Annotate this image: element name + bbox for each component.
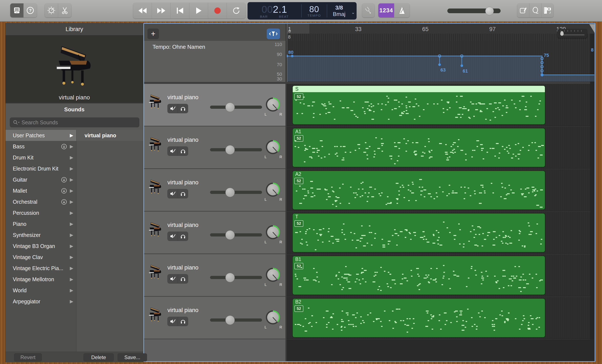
empty-lane-area [287, 339, 594, 361]
track-volume-thumb[interactable] [225, 188, 235, 197]
track-name[interactable]: virtual piano [167, 264, 199, 271]
midi-region[interactable]: B2 52 [292, 298, 545, 338]
track-name[interactable]: virtual piano [167, 179, 199, 186]
track-volume-slider[interactable] [210, 233, 262, 237]
midi-region[interactable]: B1 52 [292, 256, 545, 295]
lcd-tempo-section[interactable]: 80 TEMPO [302, 2, 327, 20]
track-volume-slider[interactable] [210, 191, 262, 194]
track-volume-slider[interactable] [210, 148, 262, 151]
library-category-item[interactable]: Guitar ▶ [6, 174, 76, 185]
midi-region[interactable]: S 52 [292, 85, 545, 125]
editors-button[interactable] [58, 3, 71, 17]
library-category-item[interactable]: Vintage B3 Organ ▶ [6, 240, 76, 252]
track-header[interactable]: virtual piano L R [144, 84, 285, 126]
lcd-chevron-down-icon[interactable]: ⌄ [351, 10, 355, 15]
track-name[interactable]: virtual piano [167, 307, 199, 313]
track-volume-thumb[interactable] [225, 230, 235, 240]
search-input[interactable] [21, 119, 133, 126]
library-toggle-button[interactable] [10, 3, 24, 17]
track-name[interactable]: virtual piano [167, 94, 199, 101]
solo-button[interactable] [178, 147, 188, 156]
solo-button[interactable] [178, 274, 188, 283]
track-volume-thumb[interactable] [225, 103, 235, 112]
track-header[interactable]: virtual piano L R [144, 254, 285, 297]
mute-button[interactable] [168, 104, 178, 113]
record-button[interactable] [208, 3, 227, 19]
library-category-item[interactable]: Vintage Mellotron ▶ [6, 274, 76, 285]
library-category-item[interactable]: Orchestral ▶ [6, 196, 76, 207]
mute-button[interactable] [168, 189, 178, 198]
notepad-button[interactable] [517, 3, 529, 17]
metronome-button[interactable] [394, 3, 410, 17]
library-category-item[interactable]: Vintage Clav ▶ [6, 252, 76, 263]
track-header[interactable]: virtual piano L R [144, 169, 285, 211]
revert-button[interactable]: Revert [14, 353, 42, 362]
cycle-button[interactable] [227, 3, 245, 19]
solo-button[interactable] [178, 232, 188, 241]
library-category-item[interactable]: Arpeggiator ▶ [6, 296, 76, 307]
lcd-key-section[interactable]: 3/8 Bmaj [327, 2, 351, 20]
media-browser-button[interactable]: ♪ [541, 3, 553, 17]
track-volume-slider[interactable] [210, 276, 262, 279]
zoom-slider-thumb[interactable] [560, 31, 564, 36]
add-track-button[interactable]: + [147, 29, 159, 39]
mute-button[interactable] [168, 232, 178, 241]
smart-controls-button[interactable] [45, 3, 58, 17]
track-name[interactable]: virtual piano [167, 137, 199, 143]
library-category-item[interactable]: Mallet ▶ [6, 185, 76, 196]
master-volume-thumb[interactable] [485, 7, 494, 15]
go-to-beginning-button[interactable] [171, 3, 189, 19]
midi-region[interactable]: A2 52 [292, 170, 545, 210]
zoom-slider-track[interactable] [561, 34, 585, 35]
solo-button[interactable] [178, 189, 188, 198]
library-category-item[interactable]: Electronic Drum Kit ▶ [6, 163, 76, 174]
forward-button[interactable] [152, 3, 171, 19]
mute-button[interactable] [168, 274, 178, 283]
track-volume-slider[interactable] [210, 105, 262, 109]
download-icon[interactable] [61, 199, 67, 205]
delete-button[interactable]: Delete [84, 353, 114, 362]
library-category-item[interactable]: Synthesizer ▶ [6, 229, 76, 240]
track-name[interactable]: virtual piano [167, 222, 199, 229]
solo-button[interactable] [178, 104, 188, 113]
track-header[interactable]: virtual piano L R [144, 212, 285, 254]
download-icon[interactable] [61, 144, 67, 149]
save-button[interactable]: Save... [118, 353, 147, 362]
loop-browser-icon [531, 7, 539, 14]
count-in-button[interactable]: 1234 [378, 3, 394, 17]
chevron-right-icon: ▶ [70, 177, 73, 182]
track-header[interactable]: virtual piano L R [144, 297, 285, 339]
library-category-item[interactable]: Piano ▶ [6, 218, 76, 229]
midi-region[interactable]: A1 52 [292, 128, 545, 167]
timeline-ruler[interactable] [287, 24, 594, 34]
search-box[interactable] [10, 117, 139, 127]
library-category-item[interactable]: Percussion ▶ [6, 207, 76, 218]
library-category-item[interactable]: Bass ▶ [6, 141, 76, 152]
mute-button[interactable] [168, 317, 178, 326]
library-category-item[interactable]: Drum Kit ▶ [6, 152, 76, 163]
lcd-position-section[interactable]: 002.1 BARBEAT [247, 2, 301, 20]
playhead[interactable] [287, 24, 287, 82]
track-volume-slider[interactable] [210, 318, 262, 322]
lcd-display[interactable]: 002.1 BARBEAT 80 TEMPO 3/8 Bmaj ⌄ [247, 2, 357, 20]
library-category-item[interactable]: World ▶ [6, 285, 76, 296]
mute-button[interactable] [168, 147, 178, 156]
patch-list-item[interactable]: virtual piano [76, 130, 143, 141]
solo-button[interactable] [178, 317, 188, 326]
library-category-item[interactable]: User Patches ▶ [6, 130, 76, 141]
track-volume-thumb[interactable] [225, 145, 235, 155]
library-category-item[interactable]: Vintage Electric Pia... ▶ [6, 263, 76, 274]
track-volume-thumb[interactable] [225, 273, 235, 282]
loop-browser-button[interactable] [529, 3, 541, 17]
track-volume-thumb[interactable] [225, 315, 235, 325]
rewind-button[interactable] [133, 3, 152, 19]
tempo-curve[interactable] [287, 41, 594, 82]
midi-region[interactable]: T 52 [292, 213, 545, 252]
download-icon[interactable] [61, 188, 67, 194]
track-header[interactable]: virtual piano L R [144, 126, 285, 169]
download-icon[interactable] [61, 177, 67, 183]
catch-playhead-button[interactable] [267, 29, 280, 39]
tuner-button[interactable] [362, 3, 375, 17]
play-button[interactable] [189, 3, 208, 19]
quick-help-button[interactable]: ? [24, 3, 37, 17]
